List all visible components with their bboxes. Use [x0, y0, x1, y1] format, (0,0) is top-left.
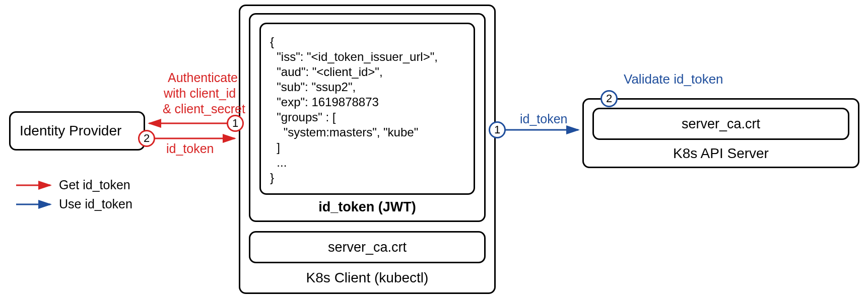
red-id-token-label: id_token — [166, 141, 214, 156]
red-step-1-circle: 1 — [227, 115, 244, 132]
auth-label-line2: with client_id — [164, 86, 236, 101]
jwt-code-box: { "iss": "<id_token_issuer_url>", "aud":… — [259, 23, 475, 195]
auth-label-line3: & client_secret — [163, 102, 245, 116]
red-step-2-circle: 2 — [138, 130, 155, 147]
jwt-label: id_token (JWT) — [249, 199, 486, 215]
client-server-ca-label: server_ca.crt — [250, 240, 484, 255]
legend-get-label: Get id_token — [59, 178, 130, 192]
legend-use-label: Use id_token — [59, 197, 132, 211]
client-server-ca-box: server_ca.crt — [249, 231, 486, 263]
api-server-ca-box: server_ca.crt — [592, 108, 849, 140]
red-step-1-num: 1 — [232, 117, 238, 130]
identity-provider-title: Identity Provider — [20, 123, 121, 139]
k8s-client-title: K8s Client (kubectl) — [239, 270, 496, 286]
identity-provider-box: Identity Provider — [9, 111, 145, 151]
blue-id-token-label: id_token — [520, 112, 568, 126]
jwt-code: { "iss": "<id_token_issuer_url>", "aud":… — [270, 34, 438, 185]
validate-id-token-label: Validate id_token — [624, 71, 723, 87]
blue-step-2-num: 2 — [606, 92, 612, 105]
api-server-ca-label: server_ca.crt — [594, 116, 848, 132]
red-step-2-num: 2 — [144, 132, 150, 145]
k8s-api-server-title: K8s API Server — [582, 145, 859, 162]
blue-step-1-circle: 1 — [489, 121, 506, 138]
auth-label-line1: Authenticate — [168, 70, 238, 85]
blue-step-1-num: 1 — [494, 123, 500, 136]
blue-step-2-circle: 2 — [600, 90, 618, 107]
